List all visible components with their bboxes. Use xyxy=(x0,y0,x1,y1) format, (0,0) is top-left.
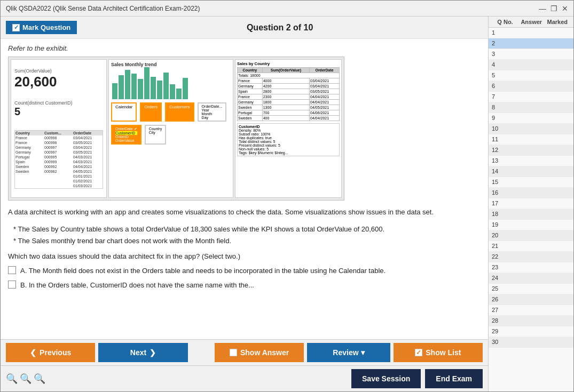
save-session-label: Save Session xyxy=(362,374,410,383)
answer-option-b[interactable]: B. In the Orders table, CustomerID does … xyxy=(8,280,481,291)
q-num: 22 xyxy=(492,253,518,260)
close-icon[interactable]: ✕ xyxy=(562,4,568,13)
review-label: Review xyxy=(333,348,358,357)
right-panel: Q No. Answer Marked 1 2 3 4 5 6 7 8 9 10… xyxy=(488,17,573,391)
previous-button[interactable]: Previous xyxy=(6,343,95,362)
q-row-14[interactable]: 14 xyxy=(489,166,573,177)
chart-panel: Sales Monthly trend xyxy=(108,59,233,198)
q-num: 16 xyxy=(492,189,518,196)
q-row-12[interactable]: 12 xyxy=(489,145,573,156)
session-controls: Save Session End Exam xyxy=(351,369,483,388)
answer-option-a[interactable]: A. The Month field does not exist in the… xyxy=(8,266,481,276)
q-row-5[interactable]: 5 xyxy=(489,70,573,81)
q-num: 27 xyxy=(492,307,518,314)
q-row-15[interactable]: 15 xyxy=(489,177,573,188)
show-list-check-icon: ✓ xyxy=(415,349,422,356)
minimize-icon[interactable]: — xyxy=(539,4,546,13)
maximize-icon[interactable]: ❐ xyxy=(551,4,557,13)
q-num: 5 xyxy=(492,72,518,79)
header-answer: Answer xyxy=(518,19,545,25)
next-button[interactable]: Next xyxy=(98,343,187,362)
q-row-10[interactable]: 10 xyxy=(489,124,573,134)
q-num: 8 xyxy=(492,104,518,111)
kpi-sum-label: Sum(OrderValue) xyxy=(14,68,103,74)
q-row-28[interactable]: 28 xyxy=(489,316,573,326)
q-num: 9 xyxy=(492,115,518,122)
q-num: 1 xyxy=(492,29,518,36)
q-num: 4 xyxy=(492,61,518,68)
q-row-11[interactable]: 11 xyxy=(489,134,573,145)
q-row-30[interactable]: 30 xyxy=(489,337,573,348)
title-bar: Qlik QSDA2022 (Qlik Sense Data Architect… xyxy=(1,1,573,17)
q-row-4[interactable]: 4 xyxy=(489,60,573,70)
option-a-text: A. The Month field does not exist in the… xyxy=(20,266,386,276)
q-row-16[interactable]: 16 xyxy=(489,188,573,198)
q-num: 14 xyxy=(492,168,518,175)
q-num: 13 xyxy=(492,157,518,164)
show-answer-button[interactable]: Show Answer xyxy=(215,343,304,362)
q-num: 3 xyxy=(492,51,518,58)
q-num: 11 xyxy=(492,136,518,143)
q-row-23[interactable]: 23 xyxy=(489,262,573,273)
next-label: Next xyxy=(130,348,146,357)
q-num: 29 xyxy=(492,328,518,335)
next-chevron-icon xyxy=(150,348,156,357)
prev-chevron-icon xyxy=(30,348,36,357)
q-row-18[interactable]: 18 xyxy=(489,209,573,220)
review-button[interactable]: Review xyxy=(307,343,390,362)
show-list-button[interactable]: ✓ Show List xyxy=(394,343,483,362)
q-num: 17 xyxy=(492,200,518,207)
bottom-bar2: 🔍 🔍 🔍 Save Session End Exam xyxy=(1,365,488,391)
zoom-controls[interactable]: 🔍 🔍 🔍 xyxy=(6,373,45,385)
q-num: 12 xyxy=(492,147,518,154)
q-row-17[interactable]: 17 xyxy=(489,198,573,209)
window-controls[interactable]: — ❐ ✕ xyxy=(539,4,568,13)
q-num: 6 xyxy=(492,83,518,90)
q-row-19[interactable]: 19 xyxy=(489,220,573,230)
q-num: 30 xyxy=(492,339,518,346)
q-row-29[interactable]: 29 xyxy=(489,326,573,337)
q-row-13[interactable]: 13 xyxy=(489,156,573,166)
zoom-in-button[interactable]: 🔍 xyxy=(34,373,45,385)
q-num: 26 xyxy=(492,296,518,303)
q-row-2[interactable]: 2 xyxy=(489,38,573,49)
sales-by-country-panel: Sales by Country CountrySum(OrderValue)O… xyxy=(235,59,342,198)
kpi-count-value: 5 xyxy=(14,106,103,118)
q-row-26[interactable]: 26 xyxy=(489,294,573,305)
q-row-22[interactable]: 22 xyxy=(489,252,573,262)
header-marked: Marked xyxy=(545,19,571,25)
q-row-20[interactable]: 20 xyxy=(489,230,573,241)
q-num: 23 xyxy=(492,264,518,271)
end-exam-button[interactable]: End Exam xyxy=(425,369,483,388)
q-row-1[interactable]: 1 xyxy=(489,28,573,38)
sidebar-header: Q No. Answer Marked xyxy=(489,17,573,28)
q-row-6[interactable]: 6 xyxy=(489,81,573,92)
window-title: Qlik QSDA2022 (Qlik Sense Data Architect… xyxy=(6,5,200,12)
checkbox-a[interactable] xyxy=(8,266,16,274)
q-row-24[interactable]: 24 xyxy=(489,273,573,284)
exhibit-image: Sum(OrderValue) 20,600 Count(distinct Cu… xyxy=(8,57,344,201)
q-row-8[interactable]: 8 xyxy=(489,102,573,113)
q-row-25[interactable]: 25 xyxy=(489,284,573,294)
q-num: 18 xyxy=(492,211,518,218)
q-num: 7 xyxy=(492,93,518,100)
zoom-out-button[interactable]: 🔍 xyxy=(6,373,18,385)
q-row-3[interactable]: 3 xyxy=(489,49,573,60)
q-row-7[interactable]: 7 xyxy=(489,92,573,102)
q-row-27[interactable]: 27 xyxy=(489,305,573,316)
bottom-bar: Previous Next Show Answer Review xyxy=(1,339,488,365)
save-session-button[interactable]: Save Session xyxy=(351,369,421,388)
country-table-small: CountryCustom...OrderDate France00099803… xyxy=(14,130,103,189)
checkbox-b[interactable] xyxy=(8,281,16,289)
mark-question-button[interactable]: Mark Question xyxy=(6,21,77,34)
sales-table-title: Sales by Country xyxy=(237,61,340,66)
show-list-label: Show List xyxy=(426,348,461,357)
question-list: 1 2 3 4 5 6 7 8 9 10 11 12 13 14 15 16 1… xyxy=(489,28,573,391)
q-row-21[interactable]: 21 xyxy=(489,241,573,252)
data-model-area: Calendar Orders Customers OrderDate... Y… xyxy=(111,102,231,145)
q-row-9[interactable]: 9 xyxy=(489,113,573,124)
zoom-reset-button[interactable]: 🔍 xyxy=(20,373,32,385)
customerid-info: CustomerID Density: 80% Subset ratio: 10… xyxy=(237,123,340,156)
question-area: Refer to the exhibit. Sum(OrderValue) 20… xyxy=(1,39,488,339)
question-body: A data architect is working with an app … xyxy=(8,207,481,218)
